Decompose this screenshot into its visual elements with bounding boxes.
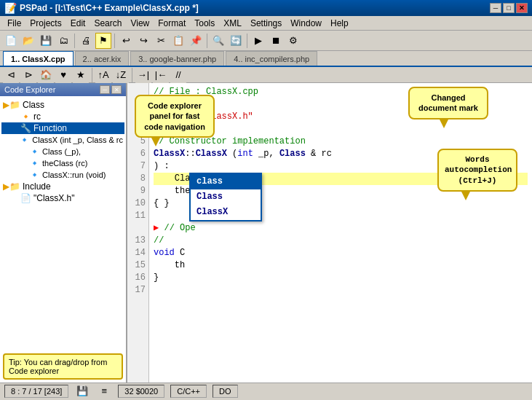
position-text: 8 : 7 / 17 [243] xyxy=(11,387,62,396)
tree-item-function[interactable]: 🔧 Function xyxy=(1,122,124,134)
tab-google[interactable]: 3.. google-banner.php xyxy=(130,51,224,66)
menu-tools[interactable]: Tools xyxy=(190,17,219,30)
replace-button[interactable]: 🔄 xyxy=(228,33,244,49)
paste-button[interactable]: 📌 xyxy=(188,33,204,49)
status-save-icon[interactable]: 💾 xyxy=(74,383,90,399)
tree-item-classx-h[interactable]: 📄 "ClassX.h" xyxy=(1,192,124,204)
heart-button[interactable]: ♥ xyxy=(55,67,71,83)
sep1 xyxy=(74,34,75,48)
menu-search[interactable]: Search xyxy=(90,17,126,30)
tab-google-label: 3.. google-banner.php xyxy=(138,55,216,63)
tree-label-classx-ctor: ClassX (int _p, Class & rc xyxy=(32,136,123,144)
panel-close[interactable]: ✕ xyxy=(111,85,122,94)
tab-acer[interactable]: 2.. acer.kix xyxy=(75,51,130,66)
menu-file[interactable]: File xyxy=(3,17,25,30)
run-button[interactable]: ▶ xyxy=(250,33,266,49)
main-area: Code Explorer ─ ✕ ▶📁 Class 🔸 rc 🔧 xyxy=(0,83,532,383)
comment-button[interactable]: // xyxy=(170,67,186,83)
code-line-2 xyxy=(154,98,528,111)
menu-window[interactable]: Window xyxy=(286,17,326,30)
save-button[interactable]: 💾 xyxy=(38,33,54,49)
menu-settings[interactable]: Settings xyxy=(246,17,286,30)
minimize-button[interactable]: ─ xyxy=(490,3,501,13)
sep4 xyxy=(247,34,247,48)
indent-button[interactable]: →| xyxy=(135,67,151,83)
tree-label-run: ClassX::run (void) xyxy=(42,170,106,179)
status-position: 8 : 7 / 17 [243] xyxy=(4,385,68,398)
print-button[interactable]: 🖨 xyxy=(78,33,94,49)
close-button[interactable]: ✕ xyxy=(516,3,528,13)
tab-inc[interactable]: 4.. inc_compilers.php xyxy=(226,51,317,66)
tree-label-class-p: Class (_p), xyxy=(42,147,81,156)
tree-label-class: Class xyxy=(23,100,44,110)
tab-inc-label: 4.. inc_compilers.php xyxy=(234,55,309,63)
tree-item-rc[interactable]: 🔸 rc xyxy=(1,111,124,122)
undo-button[interactable]: ↩ xyxy=(118,33,134,49)
tree-item-theclass[interactable]: 🔹 theClass (rc) xyxy=(1,157,124,169)
tree-item-class-p[interactable]: 🔹 Class (_p), xyxy=(1,146,124,157)
code-line-6: ClassX::ClassX (int _p, Class & rc xyxy=(154,148,528,160)
language-text: C/C++ xyxy=(177,387,200,396)
bookmark-prev[interactable]: ⊲ xyxy=(3,67,19,83)
title-text: PSPad - [I:\Test\C++ Example\ClassX.cpp … xyxy=(20,3,490,13)
tab-acer-label: 2.. acer.kix xyxy=(83,55,122,63)
file-icon-classx-h: 📄 xyxy=(20,193,31,203)
code-line-15: th xyxy=(154,259,528,272)
app-icon: 📝 xyxy=(4,2,17,14)
copy-button[interactable]: 📋 xyxy=(170,33,186,49)
tree-item-class[interactable]: ▶📁 Class xyxy=(1,99,124,111)
compile-button[interactable]: ⚙ xyxy=(285,33,301,49)
tab-classx-label: 1.. ClassX.cpp xyxy=(11,55,65,63)
new-button[interactable]: 📄 xyxy=(3,33,19,49)
tree-item-classx-ctor[interactable]: 🔹 ClassX (int _p, Class & rc xyxy=(1,134,124,146)
func-icon-4: 🔹 xyxy=(29,170,40,180)
sep2 xyxy=(114,34,115,48)
tree-label-include: Include xyxy=(23,181,51,192)
outdent-button[interactable]: |← xyxy=(153,67,169,83)
status-encoding: 32 $0020 xyxy=(118,385,164,398)
code-line-13: // xyxy=(154,235,528,247)
code-text[interactable]: // File : ClassX.cpp #include "ClassX.h"… xyxy=(149,83,532,383)
find-button[interactable]: 🔍 xyxy=(210,33,226,49)
star-button[interactable]: ★ xyxy=(73,67,89,83)
panel-buttons: ─ ✕ xyxy=(100,85,122,94)
code-explorer-panel: Code Explorer ─ ✕ ▶📁 Class 🔸 rc 🔧 xyxy=(0,83,127,383)
ac-item-class-lower[interactable]: class xyxy=(191,174,261,189)
menu-projects[interactable]: Projects xyxy=(25,17,65,30)
redo-button[interactable]: ↪ xyxy=(135,33,151,49)
stop-button[interactable]: ⏹ xyxy=(268,33,284,49)
panel-min[interactable]: ─ xyxy=(100,85,110,94)
cut-button[interactable]: ✂ xyxy=(153,33,169,49)
ac-item-classx[interactable]: ClassX xyxy=(191,205,261,220)
tab-classx[interactable]: 1.. ClassX.cpp xyxy=(3,51,74,66)
code-line-4 xyxy=(154,123,528,136)
tree-item-include[interactable]: ▶📁 Include xyxy=(1,181,124,192)
status-list-icon[interactable]: ≡ xyxy=(96,383,112,399)
window-controls: ─ □ ✕ xyxy=(490,3,528,13)
tree-item-run[interactable]: 🔹 ClassX::run (void) xyxy=(1,169,124,181)
menu-xml[interactable]: XML xyxy=(219,17,246,30)
sort-asc[interactable]: ↑A xyxy=(95,67,111,83)
sort-desc[interactable]: ↓Z xyxy=(113,67,129,83)
code-line-5: // Constructor implementation xyxy=(154,136,528,148)
code-editor[interactable]: 5 6 7 8 9 10 11 13 14 15 16 17 // File :… xyxy=(127,83,532,383)
line-numbers: 5 6 7 8 9 10 11 13 14 15 16 17 xyxy=(127,83,149,383)
menu-view[interactable]: View xyxy=(126,17,154,30)
bookmark-next[interactable]: ⊳ xyxy=(20,67,36,83)
menu-format[interactable]: Format xyxy=(154,17,190,30)
ac-item-class[interactable]: Class xyxy=(191,189,261,205)
code-line-16: } xyxy=(154,272,528,284)
autocomplete-dropdown[interactable]: class Class ClassX xyxy=(189,173,262,221)
tree-label-function: Function xyxy=(33,123,67,133)
home-button[interactable]: 🏠 xyxy=(38,67,54,83)
maximize-button[interactable]: □ xyxy=(503,3,515,13)
code-line-14: void C xyxy=(154,247,528,259)
open-button[interactable]: 📂 xyxy=(20,33,36,49)
code-line-7: ) : xyxy=(154,160,528,173)
save-all-button[interactable]: 🗂 xyxy=(55,33,71,49)
menu-edit[interactable]: Edit xyxy=(66,17,90,30)
sep6 xyxy=(132,68,132,82)
mark-button[interactable]: ⚑ xyxy=(95,33,111,49)
menu-help[interactable]: Help xyxy=(326,17,353,30)
folder-icon-include: ▶📁 xyxy=(3,181,20,192)
